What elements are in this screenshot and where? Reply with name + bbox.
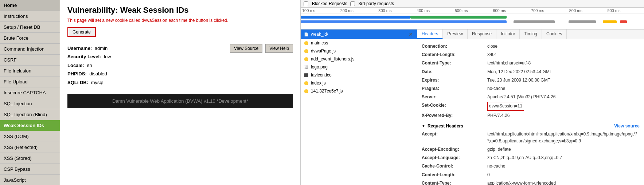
file-name-weak-id: weak_id/ <box>311 32 328 37</box>
timeline-label-900: 900 ms <box>606 8 644 13</box>
file-item-favicon[interactable]: ⬛ favicon.ico <box>301 71 417 79</box>
headers-panel: Headers Preview Response Initiator Timin… <box>417 29 644 185</box>
timeline-labels: 100 ms 200 ms 300 ms 400 ms 500 ms 600 m… <box>301 8 644 14</box>
file-icon-logo: 🖼 <box>304 64 309 70</box>
timeline-label-800: 800 ms <box>568 8 606 13</box>
username-label: Username: <box>67 46 92 51</box>
devtools-panel: Blocked Requests 3rd-party requests 100 … <box>301 0 644 185</box>
action-buttons: View Source View Help <box>230 44 293 53</box>
phpids-label: PHPIDS: <box>67 71 87 76</box>
page-title: Vulnerability: Weak Session IDs <box>67 5 293 15</box>
timeline-label-300: 300 ms <box>377 8 415 13</box>
tab-preview[interactable]: Preview <box>443 29 468 39</box>
file-item-weak-id[interactable]: 📄 weak_id/ ✕ <box>301 29 417 39</box>
locale-value: en <box>87 63 92 68</box>
file-name-index-js: index.js <box>311 80 326 86</box>
phpids-value: disabled <box>89 71 107 76</box>
username-value: admin <box>95 46 108 51</box>
sidebar-item-brute-force[interactable]: Brute Force <box>0 33 60 44</box>
tab-timing[interactable]: Timing <box>520 29 542 39</box>
file-item-add-event[interactable]: 🟡 add_event_listeners.js <box>301 55 417 63</box>
req-header-accept: Accept: text/html,application/xhtml+xml,… <box>422 130 640 145</box>
file-icon-chunk-js: 🟡 <box>304 88 309 94</box>
sidebar-item-insecure-captcha[interactable]: Insecure CAPTCHA <box>0 87 60 98</box>
view-source-link[interactable]: View source <box>614 123 640 129</box>
file-icon-index-js: 🟡 <box>304 80 309 86</box>
req-header-accept-language: Accept-Language: zh-CN,zh;q=0.9,en-AU;q=… <box>422 154 640 162</box>
timeline-track <box>410 16 507 19</box>
view-source-button[interactable]: View Source <box>230 44 262 53</box>
file-name-chunk-js: 141.327ce5c7.js <box>311 88 343 94</box>
file-item-logo[interactable]: 🖼 logo.png <box>301 63 417 71</box>
sidebar-item-home[interactable]: Home <box>0 0 60 11</box>
generate-button[interactable]: Generate <box>67 27 96 37</box>
timeline-track <box>620 20 627 23</box>
locale-label: Locale: <box>67 63 84 68</box>
sidebar-item-command-injection[interactable]: Command Injection <box>0 44 60 55</box>
sidebar-item-xss-dom[interactable]: XSS (DOM) <box>0 131 60 142</box>
close-panel-icon[interactable]: ✕ <box>407 31 414 38</box>
header-expires: Expires: Tue, 23 Jun 2009 12:00:00 GMT <box>422 76 640 84</box>
third-party-checkbox[interactable] <box>350 1 355 6</box>
devtools-topbar: Blocked Requests 3rd-party requests <box>301 0 644 8</box>
file-item-main-css[interactable]: 🟡 main.css <box>301 39 417 47</box>
user-info: Username: admin Security Level: low Loca… <box>67 44 111 87</box>
timeline-track <box>301 16 410 19</box>
sidebar-item-csrf[interactable]: CSRF <box>0 55 60 66</box>
req-header-accept-encoding: Accept-Encoding: gzip, deflate <box>422 145 640 154</box>
file-item-chunk-js[interactable]: 🟡 141.327ce5c7.js <box>301 87 417 95</box>
header-pragma: Pragma: no-cache <box>422 84 640 93</box>
security-value: low <box>104 54 111 59</box>
sidebar-item-sql-injection-blind[interactable]: SQL Injection (Blind) <box>0 109 60 120</box>
header-set-cookie: Set-Cookie: dvwaSession=11 <box>422 101 640 111</box>
blocked-requests-label[interactable]: Blocked Requests <box>312 1 347 6</box>
timeline-label-400: 400 ms <box>415 8 453 13</box>
file-icon-favicon: ⬛ <box>304 72 309 78</box>
view-help-button[interactable]: View Help <box>265 44 293 53</box>
third-party-label[interactable]: 3rd-party requests <box>359 1 394 6</box>
sidebar-item-weak-session-ids[interactable]: Weak Session IDs <box>0 120 60 131</box>
headers-content: Connection: close Content-Length: 3401 C… <box>417 39 644 185</box>
footer-bar: Damn Vulnerable Web Application (DVWA) v… <box>67 94 293 108</box>
tab-headers[interactable]: Headers <box>417 29 443 39</box>
file-name-add-event: add_event_listeners.js <box>311 56 354 62</box>
timeline-track <box>603 20 617 23</box>
tab-response[interactable]: Response <box>468 29 496 39</box>
sidebar-item-javascript[interactable]: JavaScript <box>0 175 60 185</box>
tab-initiator[interactable]: Initiator <box>496 29 520 39</box>
request-headers-title: ▼ Request Headers View source <box>422 123 640 129</box>
phpids-row: PHPIDS: disabled <box>67 70 111 78</box>
sidebar-item-csp-bypass[interactable]: CSP Bypass <box>0 164 60 175</box>
file-name-logo: logo.png <box>311 64 328 70</box>
sidebar-item-xss-stored[interactable]: XSS (Stored) <box>0 153 60 164</box>
sqlidb-value: mysql <box>91 80 104 85</box>
req-header-content-type: Content-Type: application/x-www-form-url… <box>422 179 640 185</box>
sidebar: Home Instructions Setup / Reset DB Brute… <box>0 0 60 185</box>
file-icon-weak-id: 📄 <box>304 32 309 37</box>
sidebar-item-xss-reflected[interactable]: XSS (Reflected) <box>0 142 60 153</box>
file-icon-main-css: 🟡 <box>304 40 309 46</box>
panel-tabs: Headers Preview Response Initiator Timin… <box>417 29 644 39</box>
timeline-label-700: 700 ms <box>530 8 568 13</box>
notice-text: This page will set a new cookie called d… <box>67 18 293 23</box>
file-name-dvwapage: dvwaPage.js <box>311 48 336 54</box>
timeline-tracks <box>301 14 644 28</box>
sidebar-item-file-upload[interactable]: File Upload <box>0 76 60 87</box>
sidebar-item-file-inclusion[interactable]: File Inclusion <box>0 66 60 76</box>
timeline-label-200: 200 ms <box>339 8 377 13</box>
timeline-label-500: 500 ms <box>453 8 492 13</box>
sidebar-item-sql-injection[interactable]: SQL Injection <box>0 98 60 109</box>
file-list: 📄 weak_id/ ✕ 🟡 main.css 🟡 dvwaPage.js 🟡 … <box>301 29 417 185</box>
info-section: Username: admin Security Level: low Loca… <box>67 44 293 87</box>
sidebar-item-setup[interactable]: Setup / Reset DB <box>0 22 60 33</box>
file-icon-dvwapage: 🟡 <box>304 48 309 54</box>
header-x-powered-by: X-Powered-By: PHP/7.4.26 <box>422 111 640 120</box>
blocked-requests-checkbox[interactable] <box>304 1 308 6</box>
tab-cookies[interactable]: Cookies <box>542 29 567 39</box>
sidebar-item-instructions[interactable]: Instructions <box>0 11 60 22</box>
sqlidb-label: SQLi DB: <box>67 80 88 85</box>
file-item-dvwapage[interactable]: 🟡 dvwaPage.js <box>301 47 417 55</box>
file-item-index-js[interactable]: 🟡 index.js <box>301 79 417 87</box>
timeline-bar: 100 ms 200 ms 300 ms 400 ms 500 ms 600 m… <box>301 8 644 29</box>
timeline-label-100: 100 ms <box>301 8 339 13</box>
